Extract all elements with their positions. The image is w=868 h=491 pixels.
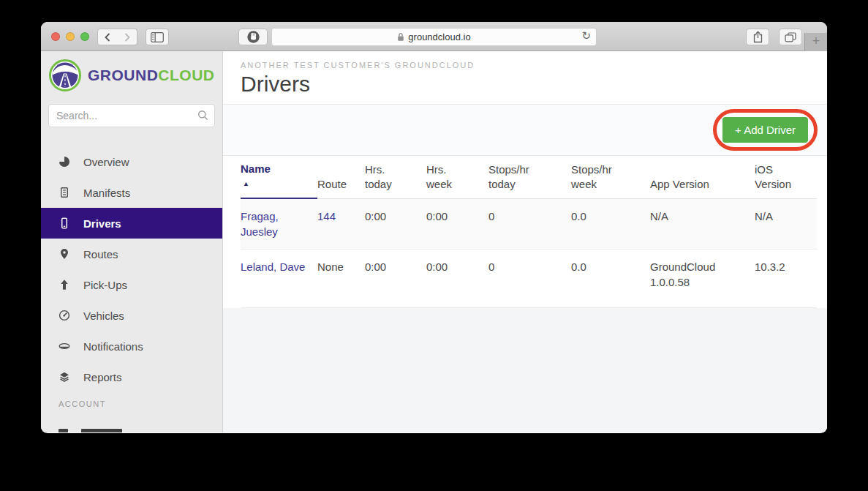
column-header-stops-hr-today[interactable]: Stops/hrtoday — [488, 156, 571, 198]
driver-name-link[interactable]: Fragag, Juesley — [241, 210, 279, 238]
ios-version-value: 10.3.2 — [755, 250, 817, 308]
cutoff-label — [81, 429, 122, 432]
pie-chart-icon — [59, 156, 70, 168]
sort-asc-icon: ▲ — [243, 180, 249, 187]
sidebar-panel-icon — [151, 32, 164, 42]
groundcloud-logo-icon — [48, 59, 82, 92]
column-header-ios-version[interactable]: iOSVersion — [755, 156, 817, 198]
sidebar-toggle-button[interactable] — [146, 29, 169, 45]
page-title: Drivers — [241, 72, 809, 97]
app-version-value: N/A — [650, 198, 755, 250]
content-blocker-extension-button[interactable] — [238, 29, 268, 45]
hand-blocker-icon — [246, 30, 260, 44]
map-pin-icon — [59, 248, 70, 260]
hrs-today-value: 0:00 — [365, 250, 426, 308]
sidebar-item-drivers[interactable]: Drivers — [41, 208, 222, 239]
cutoff-icon — [59, 429, 68, 432]
sidebar-item-notifications[interactable]: Notifications — [41, 331, 222, 361]
sidebar-item-vehicles[interactable]: Vehicles — [41, 300, 222, 331]
table-row: Fragag, Juesley 144 0:00 0:00 0 0.0 N/A … — [241, 198, 817, 250]
address-bar[interactable]: groundcloud.io ↻ — [271, 28, 597, 46]
padlock-icon — [397, 32, 404, 42]
forward-chevron-icon — [124, 33, 130, 42]
table-header-row: Name▲ Route Hrs.today Hrs.week Stops/hrt… — [241, 156, 817, 198]
sidebar-item-reports[interactable]: Reports — [41, 361, 222, 392]
stops-hr-today-value: 0 — [488, 198, 571, 250]
ios-version-value: N/A — [755, 198, 817, 250]
new-tab-button[interactable]: + — [804, 33, 827, 51]
route-value: None — [317, 250, 365, 308]
hrs-today-value: 0:00 — [365, 198, 426, 250]
tabs-overview-icon — [785, 32, 796, 42]
arrow-up-icon — [59, 279, 70, 291]
hrs-week-value: 0:00 — [426, 198, 488, 250]
content-background — [223, 308, 827, 432]
back-chevron-icon — [105, 33, 110, 42]
browser-toolbar: groundcloud.io ↻ + — [41, 22, 827, 51]
search-input[interactable] — [48, 104, 215, 127]
stops-hr-week-value: 0.0 — [571, 250, 650, 308]
document-icon — [59, 187, 70, 198]
sidebar-nav: Overview Manifests — [41, 146, 222, 392]
drivers-table: Name▲ Route Hrs.today Hrs.week Stops/hrt… — [241, 156, 817, 308]
smartphone-icon — [59, 217, 70, 229]
reload-icon[interactable]: ↻ — [581, 29, 591, 42]
drivers-table-area: Name▲ Route Hrs.today Hrs.week Stops/hrt… — [223, 156, 827, 308]
groundcloud-logo[interactable]: GROUNDCLOUD — [48, 59, 222, 92]
route-link[interactable]: 144 — [317, 210, 336, 222]
share-icon — [753, 31, 763, 43]
sidebar: GROUNDCLOUD Overview — [41, 51, 223, 432]
url-text: groundcloud.io — [408, 31, 470, 42]
column-header-hrs-today[interactable]: Hrs.today — [365, 156, 426, 198]
window-controls — [51, 32, 89, 41]
sidebar-section-account: ACCOUNT — [41, 397, 222, 411]
layers-icon — [59, 371, 70, 383]
column-header-hrs-week[interactable]: Hrs.week — [426, 156, 488, 198]
sidebar-item-routes[interactable]: Routes — [41, 239, 222, 269]
brand-wordmark: GROUNDCLOUD — [88, 67, 215, 84]
zoom-window-button[interactable] — [80, 32, 89, 41]
driver-name-link[interactable]: Leland, Dave — [241, 261, 305, 273]
notification-icon — [59, 340, 70, 352]
back-button[interactable] — [97, 29, 118, 45]
steering-wheel-icon — [59, 310, 70, 321]
stops-hr-week-value: 0.0 — [571, 198, 650, 250]
minimize-window-button[interactable] — [66, 32, 75, 41]
sidebar-item-overview[interactable]: Overview — [41, 146, 222, 177]
customer-name-label: ANOTHER TEST CUSTOMER'S GROUNDCLOUD — [241, 61, 809, 70]
main-content: ANOTHER TEST CUSTOMER'S GROUNDCLOUD Driv… — [223, 51, 827, 432]
close-window-button[interactable] — [51, 32, 60, 41]
sidebar-item-cutoff[interactable] — [41, 429, 222, 432]
app-version-value: GroundCloud 1.0.0.58 — [650, 250, 755, 308]
column-header-app-version[interactable]: App Version — [650, 156, 755, 198]
sidebar-item-manifests[interactable]: Manifests — [41, 177, 222, 208]
table-row: Leland, Dave None 0:00 0:00 0 0.0 Ground… — [241, 250, 817, 308]
column-header-stops-hr-week[interactable]: Stops/hrweek — [571, 156, 650, 198]
share-button[interactable] — [746, 29, 769, 45]
stops-hr-today-value: 0 — [488, 250, 571, 308]
forward-button[interactable] — [117, 29, 137, 45]
browser-window: groundcloud.io ↻ + — [41, 22, 827, 433]
column-header-route[interactable]: Route — [317, 156, 365, 198]
action-bar: + Add Driver — [223, 105, 827, 156]
show-all-tabs-button[interactable] — [779, 29, 802, 45]
search-icon — [197, 110, 208, 124]
column-header-name[interactable]: Name▲ — [241, 156, 317, 198]
add-driver-button[interactable]: + Add Driver — [722, 117, 808, 143]
page-header: ANOTHER TEST CUSTOMER'S GROUNDCLOUD Driv… — [223, 51, 827, 105]
sidebar-item-pickups[interactable]: Pick-Ups — [41, 269, 222, 300]
hrs-week-value: 0:00 — [426, 250, 488, 308]
